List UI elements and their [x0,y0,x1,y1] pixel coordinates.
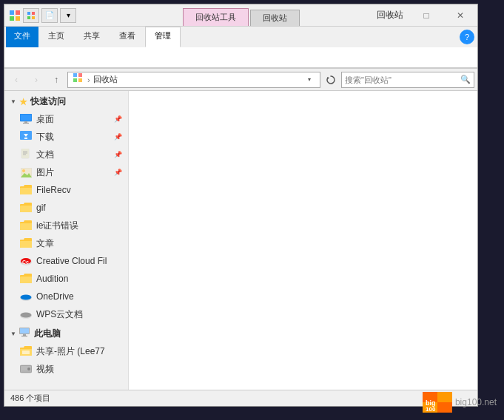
status-bar: 486 个项目 [4,390,477,406]
search-icon: 🔍 [460,75,471,84]
sidebar-item-wps[interactable]: WPS云文档 [4,305,128,323]
explorer-window: 📄 ▾ 回收站工具 回收站 回收站 — □ ✕ 文件 主页 [4,4,478,407]
sidebar-item-filerecv[interactable]: FileRecv [4,181,128,199]
address-input[interactable]: › 回收站 ▾ [67,72,320,88]
desktop-icon [19,112,33,126]
maximize-button[interactable]: □ [409,4,443,27]
sidebar-label-ie: ie证书错误 [36,220,122,232]
tab-file[interactable]: 文件 [6,27,38,47]
sidebar-item-ie[interactable]: ie证书错误 [4,217,128,234]
expand-triangle: ▼ [10,98,16,105]
address-path: 回收站 [93,74,300,85]
quick-access-btn-1[interactable] [23,8,39,23]
pin-icon: 📌 [114,115,122,123]
search-box[interactable]: 🔍 [341,72,474,88]
ribbon-tabs: 文件 主页 共享 查看 管理 ? [4,27,477,47]
sidebar-label-cc: Creative Cloud Fil [36,256,122,266]
folder-icon-gif [19,201,33,214]
svg-rect-16 [23,123,29,123]
tab-recycle[interactable]: 回收站 [250,10,300,26]
onedrive-icon [19,290,33,303]
hdd-icon [19,362,33,376]
pin-icon-pictures: 📌 [114,169,122,176]
ribbon-commands [4,47,477,68]
sidebar-item-computer[interactable]: ▼ 此电脑 [4,323,128,342]
close-button[interactable]: ✕ [443,4,477,27]
sidebar-item-share-photos[interactable]: 共享-照片 (Lee77 [4,342,128,360]
sidebar-item-desktop[interactable]: 桌面 📌 [4,110,128,128]
sidebar-item-onedrive[interactable]: OneDrive [4,288,128,305]
path-separator: › [87,75,90,84]
svg-rect-6 [27,16,30,19]
svg-rect-37 [23,334,26,336]
quick-access-dropdown[interactable]: ▾ [60,8,76,23]
share-photos-icon [19,345,33,358]
title-bar: 📄 ▾ 回收站工具 回收站 回收站 — □ ✕ [4,4,477,27]
minimize-button[interactable]: — [375,4,409,27]
pin-icon-documents: 📌 [114,151,122,158]
svg-rect-8 [73,73,77,77]
sidebar-label-onedrive: OneDrive [36,291,122,302]
forward-button[interactable]: › [27,72,45,88]
back-button[interactable]: ‹ [7,72,25,88]
creative-cloud-icon: Cc [19,254,33,268]
up-button[interactable]: ↑ [47,72,65,88]
svg-rect-1 [16,10,20,15]
sidebar-label-audition: Audition [36,274,122,284]
sidebar-item-audition[interactable]: Audition [4,270,128,288]
watermark: big 100 big100.net [423,392,497,413]
tab-share[interactable]: 共享 [74,27,110,47]
svg-rect-2 [10,16,14,21]
svg-rect-7 [32,16,35,19]
sidebar-label-share-photos: 共享-照片 (Lee77 [36,345,122,358]
refresh-button[interactable] [323,72,339,88]
svg-rect-36 [20,328,29,333]
quick-access-header[interactable]: ▼ ★ 快速访问 [4,91,128,110]
pictures-icon [19,166,33,179]
svg-rect-4 [27,12,30,15]
watermark-text: big100.net [455,397,497,407]
svg-rect-45 [437,392,452,402]
search-input[interactable] [345,75,460,84]
svg-rect-11 [78,78,82,82]
address-dropdown[interactable]: ▾ [303,72,315,87]
sidebar-item-video[interactable]: 视频 [4,360,128,378]
wps-icon [19,308,33,321]
help-button[interactable]: ? [460,30,474,44]
sidebar-item-download[interactable]: 下载 📌 [4,128,128,146]
sidebar-label-articles: 文章 [36,237,122,250]
main-area: ▼ ★ 快速访问 桌面 📌 [4,91,477,390]
sidebar-item-gif[interactable]: gif [4,199,128,217]
sidebar-label-wps: WPS云文档 [36,308,122,321]
svg-point-26 [22,169,25,172]
svg-rect-0 [10,10,14,15]
item-count: 486 个项目 [10,393,50,404]
content-area [129,91,477,390]
sidebar-item-documents[interactable]: 文档 📌 [4,146,128,163]
sidebar-item-pictures[interactable]: 图片 📌 [4,163,128,181]
folder-icon-articles [19,237,33,250]
sidebar-label-download: 下载 [36,131,112,143]
folder-icon-ie [19,219,33,232]
sidebar-item-creative-cloud[interactable]: Cc Creative Cloud Fil [4,252,128,270]
sidebar-label-desktop: 桌面 [36,113,112,126]
star-icon: ★ [19,97,27,107]
svg-rect-39 [22,350,30,354]
address-bar: ‹ › ↑ › 回收站 ▾ 🔍 [4,69,477,91]
window-controls: — □ ✕ [375,4,477,27]
tab-view[interactable]: 查看 [110,27,145,47]
quick-access-btn-2[interactable]: 📄 [41,8,58,23]
tab-recycle-tools[interactable]: 回收站工具 [183,8,249,26]
audition-icon [19,272,33,285]
tab-manage[interactable]: 管理 [145,27,181,47]
download-icon [19,130,33,143]
computer-icon-sm [19,328,31,340]
folder-icon-filerecv [19,183,33,197]
svg-point-43 [27,368,30,370]
sidebar-item-articles[interactable]: 文章 [4,234,128,252]
svg-text:100: 100 [426,406,436,413]
sidebar-label-pictures: 图片 [36,166,112,179]
svg-rect-10 [73,78,77,82]
tab-home[interactable]: 主页 [38,27,74,47]
window-icon [9,10,21,21]
